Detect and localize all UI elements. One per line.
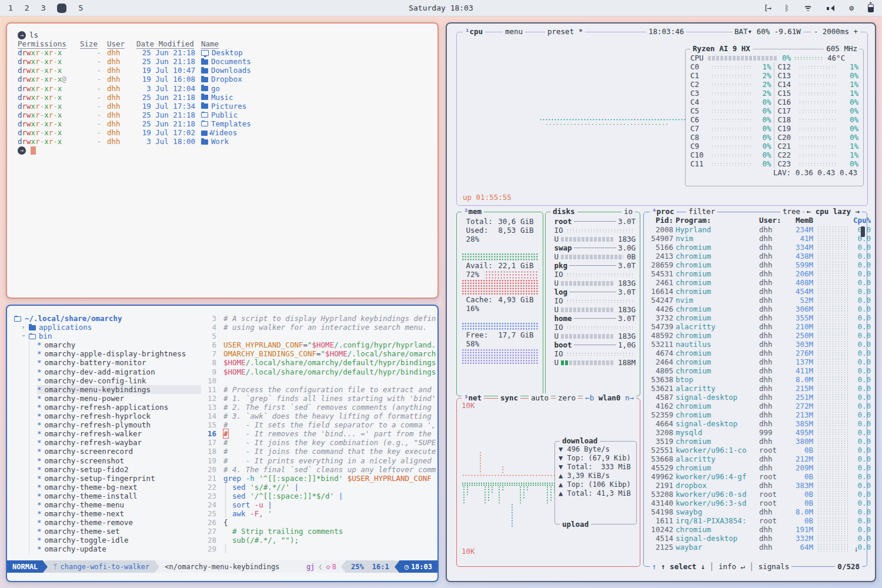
tree-item[interactable]: *omarchy-theme-menu: [37, 500, 201, 509]
bluetooth-icon[interactable]: ᛒ: [784, 4, 789, 13]
tree-item[interactable]: *omarchy-setup-fingerprint: [37, 474, 201, 483]
code-line[interactable]: 27 # Strip trailing comments: [201, 527, 437, 536]
tab-mem[interactable]: ²mem: [462, 207, 484, 216]
proc-footer[interactable]: ↑ ↑ select ↓ │ info ↵ │ signals: [650, 562, 791, 571]
code-line[interactable]: 8$HOME/.local/share/omarchy/default/hypr…: [201, 358, 437, 367]
proc-cell[interactable]: chromium: [676, 269, 757, 278]
proc-sort-selector[interactable]: ← cpu lazy →: [804, 207, 862, 216]
code-line[interactable]: 13# 2. The first `sed` removes comments …: [201, 403, 437, 412]
code-line[interactable]: 22│ sed 's/#.*//' |: [201, 483, 437, 492]
tree-item[interactable]: *omarchy-menu-power: [37, 394, 201, 403]
tab-cpu[interactable]: ¹cpu: [463, 27, 485, 36]
proc-cell[interactable]: chromium: [676, 278, 757, 287]
proc-filter-button[interactable]: filter: [686, 207, 717, 216]
proc-cell[interactable]: chromium: [676, 402, 757, 410]
proc-cell[interactable]: irq/81-PIXA3854:: [676, 516, 757, 525]
code-line[interactable]: 10: [201, 376, 437, 385]
tree-item[interactable]: *omarchy-screenshot: [37, 456, 201, 465]
editor-pane[interactable]: 3# A script to display Hyprland keybindi…: [201, 306, 437, 560]
process-table[interactable]: 2008Hyprlanddhh234M0.054907nvimdhh41M0.0…: [647, 225, 864, 552]
proc-cell[interactable]: swaybg: [676, 507, 757, 516]
tree-item[interactable]: *omarchy-theme-install: [37, 492, 201, 500]
tree-item[interactable]: *omarchy-theme-bg-next: [37, 483, 201, 492]
proc-cell[interactable]: chromium: [676, 410, 757, 419]
proc-cell[interactable]: btop: [676, 375, 757, 384]
proc-cell[interactable]: kworker/u96:3-sd: [676, 499, 757, 507]
tree-item[interactable]: *omarchy-refresh-applications: [37, 403, 201, 412]
logout-icon[interactable]: [→: [764, 4, 771, 13]
code-line[interactable]: 3# A script to display Hyprland keybindi…: [201, 314, 437, 323]
terminal-window-ls[interactable]: → ls PermissionsSizeUserDate ModifiedNam…: [6, 22, 439, 299]
proc-scrollbar[interactable]: [861, 226, 865, 237]
tree-item[interactable]: *omarchy-refresh-plymouth: [37, 420, 201, 429]
code-line[interactable]: 6USER_HYPRLAND_CONF="$HOME/.config/hypr/…: [201, 340, 437, 349]
proc-cell[interactable]: chromium: [676, 331, 757, 340]
tree-item[interactable]: *omarchy: [37, 340, 201, 349]
tree-item[interactable]: ~/.local/share/omarchy: [14, 314, 201, 323]
tree-item[interactable]: *omarchy-setup-fido2: [37, 465, 201, 474]
proc-cell[interactable]: chromium: [676, 287, 757, 296]
code-line[interactable]: 26{: [201, 518, 437, 527]
tree-item[interactable]: *omarchy-dev-config-link: [37, 376, 201, 385]
code-line[interactable]: 7OMARCHY_BINDINGS_CONF="$HOME/.local/sha…: [201, 349, 437, 358]
code-line[interactable]: 18# - It joins the command that the key …: [201, 447, 437, 456]
code-line[interactable]: 17# - It joins the key combination (e.g.…: [201, 438, 437, 447]
tree-item[interactable]: *omarchy-refresh-hyprlock: [37, 412, 201, 420]
proc-cell[interactable]: signal-desktop: [676, 534, 757, 543]
code-line[interactable]: 11# Process the configuration file to ex…: [201, 385, 437, 394]
tab-io[interactable]: io: [622, 207, 635, 216]
proc-cell[interactable]: chromium: [676, 305, 757, 313]
update-interval[interactable]: - 2000ms +: [811, 27, 860, 36]
tree-item-selected[interactable]: *omarchy-menu-keybindings: [37, 385, 201, 394]
proc-cell[interactable]: chromium: [676, 260, 757, 269]
proc-cell[interactable]: alacritty: [676, 384, 757, 393]
tree-item[interactable]: *omarchy-theme-next: [37, 509, 201, 518]
tree-item[interactable]: ›applications: [21, 323, 201, 332]
proc-tree-button[interactable]: tree: [780, 207, 803, 216]
proc-cell[interactable]: kworker/u96:0-sd: [676, 490, 757, 499]
wifi-icon[interactable]: [803, 4, 813, 13]
code-line[interactable]: 23│ sed '/^[[:space:]]*$/d' |: [201, 492, 437, 500]
proc-cell[interactable]: Hyprland: [676, 225, 757, 234]
proc-cell[interactable]: signal-desktop: [676, 419, 757, 428]
file-tree[interactable]: ~/.local/share/omarchy›applications›bin*…: [7, 306, 201, 560]
btop-window[interactable]: ¹cpu menu preset * 18:03:46 BAT▾ 60% -9.…: [446, 22, 876, 582]
proc-cell[interactable]: waybar: [676, 543, 757, 552]
code-line[interactable]: 24│ sort -u |: [201, 500, 437, 509]
menu-button[interactable]: menu: [503, 27, 525, 36]
neovim-window[interactable]: ~/.local/share/omarchy›applications›bin*…: [6, 305, 439, 582]
proc-cell[interactable]: chromium: [676, 252, 757, 260]
tree-item[interactable]: *omarchy-toggle-idle: [37, 536, 201, 544]
tree-item[interactable]: *omarchy-theme-remove: [37, 518, 201, 527]
system-tray[interactable]: [→ ᛒ ⚙: [764, 4, 874, 13]
code-line[interactable]: 9$HOME/.local/share/omarchy/default/hypr…: [201, 368, 437, 376]
proc-cell[interactable]: chromium: [676, 366, 757, 375]
tree-item[interactable]: *omarchy-dev-add-migration: [37, 368, 201, 376]
code-line[interactable]: 15# - It sets the field separator to a c…: [201, 420, 437, 429]
code-line[interactable]: 20# 4. The final `sed` cleans up any lef…: [201, 465, 437, 474]
proc-cell[interactable]: nvim: [676, 234, 757, 243]
tree-item[interactable]: *omarchy-refresh-waybar: [37, 438, 201, 447]
tree-item[interactable]: *omarchy-apple-display-brightness: [37, 349, 201, 358]
tree-item[interactable]: *omarchy-update: [37, 544, 201, 553]
code-line[interactable]: 4# using walker for an interactive searc…: [201, 323, 437, 332]
code-line[interactable]: 21grep -h '^[[:space:]]*bind' $USER_HYPR…: [201, 474, 437, 483]
code-line[interactable]: 5: [201, 332, 437, 340]
proc-cell[interactable]: kworker/u96:4-gf: [676, 472, 757, 481]
proc-cell[interactable]: mysqld: [676, 428, 757, 437]
code-line[interactable]: 16# - It removes the 'bind... =' part fr…: [201, 429, 437, 438]
tree-item[interactable]: *omarchy-battery-monitor: [37, 358, 201, 367]
proc-cell[interactable]: alacritty: [676, 322, 757, 331]
code-line[interactable]: 25│ awk -F, ': [201, 509, 437, 518]
proc-cell[interactable]: nautilus: [676, 340, 757, 349]
proc-cell[interactable]: kworker/u96:1-co: [676, 446, 757, 455]
proc-cell[interactable]: nvim: [676, 296, 757, 305]
code-line[interactable]: 14# 3. `awk` does the heavy lifting of f…: [201, 412, 437, 420]
settings-icon[interactable]: ⚙: [849, 4, 854, 13]
proc-cell[interactable]: chromium: [676, 358, 757, 366]
proc-cell[interactable]: chromium: [676, 463, 757, 472]
code-line[interactable]: 29│: [201, 544, 437, 553]
preset-button[interactable]: preset *: [545, 27, 585, 36]
proc-cell[interactable]: chromium: [676, 525, 757, 534]
process-table-header[interactable]: Pid: Program: User: MemB Cpu%: [647, 216, 864, 225]
